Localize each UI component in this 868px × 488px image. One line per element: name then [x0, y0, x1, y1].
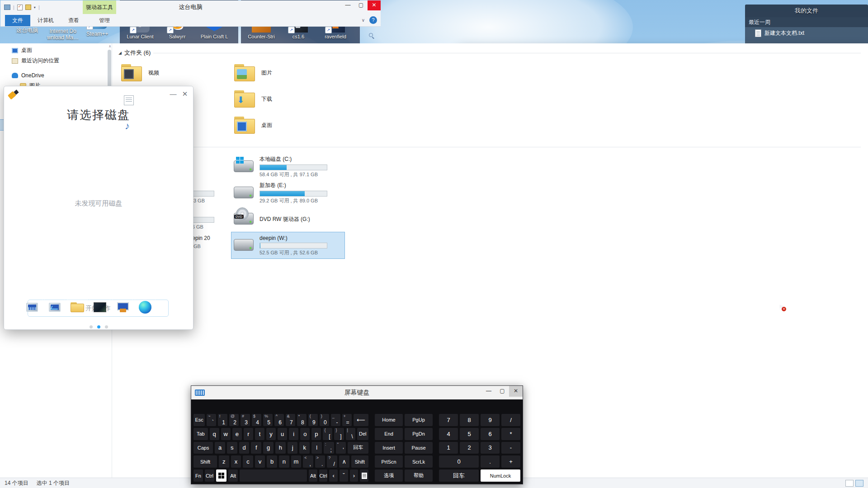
key-Alt[interactable]: Alt [309, 469, 317, 482]
fences-file-item[interactable]: 新建文本文档.txt [745, 27, 868, 39]
key-Insert[interactable]: Insert [375, 442, 403, 454]
key-/[interactable]: / [501, 414, 520, 426]
key-u[interactable]: u [278, 428, 287, 440]
key-x[interactable]: x [231, 455, 241, 468]
key-End[interactable]: End [375, 428, 403, 440]
key-/[interactable]: ?/ [327, 455, 337, 468]
device-tile-本地磁盘-C-[interactable]: 本地磁盘 (C:)58.4 GB 可用 , 共 97.1 GB [231, 154, 344, 180]
key-Ctrl[interactable]: Ctrl [319, 469, 328, 482]
key-l[interactable]: l [311, 442, 322, 454]
folder-tile-桌面[interactable]: 桌面 [231, 112, 344, 138]
ribbon-tab-管理[interactable]: 管理 [92, 15, 117, 26]
key-ˇ[interactable]: ˇ [340, 469, 348, 482]
key-Pause[interactable]: Pause [405, 442, 433, 454]
key-Shift[interactable]: Shift [193, 455, 217, 468]
key-ScrLk[interactable]: ScrLk [405, 455, 433, 468]
key-t[interactable]: t [255, 428, 264, 440]
device-tile-deepin-W-[interactable]: deepin (W:)52.5 GB 可用 , 共 52.6 GB [231, 232, 344, 258]
key-;[interactable]: :; [324, 442, 334, 454]
view-list-toggle[interactable] [845, 480, 854, 487]
help-icon[interactable]: ? [369, 16, 377, 24]
key-NumLock[interactable]: NumLock [481, 469, 520, 482]
key-q[interactable]: q [210, 428, 219, 440]
folder-tile-视频[interactable]: 视频 [118, 60, 231, 86]
key-v[interactable]: v [255, 455, 265, 468]
key-=[interactable]: += [342, 414, 352, 426]
sidebar-item-OneDrive[interactable]: OneDrive [0, 70, 112, 80]
key-0[interactable]: )0 [320, 414, 329, 426]
quick-access-toolbar[interactable]: | ▾| [0, 5, 40, 10]
key-m[interactable]: m [291, 455, 302, 468]
minimize-button[interactable]: — [341, 0, 354, 10]
key-8[interactable]: 8 [460, 414, 479, 426]
key-PgDn[interactable]: PgDn [405, 428, 433, 440]
key-'[interactable]: "' [336, 442, 346, 454]
ribbon-tab-文件[interactable]: 文件 [5, 15, 30, 26]
key-1[interactable]: 1 [439, 442, 458, 454]
key-s[interactable]: s [227, 442, 237, 454]
key-y[interactable]: y [266, 428, 276, 440]
key-Esc[interactable]: Esc [193, 414, 205, 426]
sidebar-item-桌面[interactable]: 桌面 [0, 45, 112, 56]
key-w[interactable]: w [221, 428, 231, 440]
key-⟵[interactable]: ⟵ [354, 414, 369, 426]
key-Ctrl[interactable]: Ctrl [205, 469, 214, 482]
drive-tools-tab[interactable]: 驱动器工具 [83, 0, 116, 14]
key-n[interactable]: n [279, 455, 289, 468]
key-c[interactable]: c [243, 455, 253, 468]
volume-icon[interactable] [802, 304, 810, 310]
key-k[interactable]: k [299, 442, 310, 454]
key-Fn[interactable]: Fn [193, 469, 203, 482]
key-\[interactable]: |\ [346, 428, 355, 440]
key-a[interactable]: a [215, 442, 225, 454]
view-thumbnails-toggle[interactable] [855, 480, 863, 487]
key-5[interactable]: %5 [263, 414, 273, 426]
key-6[interactable]: ^6 [274, 414, 284, 426]
key-[[interactable]: {[ [323, 428, 332, 440]
properties-icon[interactable] [17, 5, 23, 10]
osk-maximize-button[interactable]: ▢ [495, 386, 509, 397]
key--[interactable]: - [501, 442, 520, 454]
key-d[interactable]: d [239, 442, 250, 454]
action-center-flag-icon[interactable]: ⚑ [778, 304, 784, 311]
key-6[interactable]: 6 [481, 428, 500, 440]
key-Home[interactable]: Home [375, 414, 403, 426]
key-回车[interactable]: 回车 [439, 469, 479, 482]
key-帮助[interactable]: 帮助 [405, 469, 433, 482]
key-3[interactable]: 3 [481, 442, 500, 454]
key-8[interactable]: *8 [297, 414, 307, 426]
device-tile-新加卷-E-[interactable]: 新加卷 (E:)29.2 GB 可用 , 共 89.0 GB [231, 180, 344, 206]
key-j[interactable]: j [288, 442, 298, 454]
key-0[interactable]: 0 [439, 455, 479, 468]
key-2[interactable]: @2 [229, 414, 239, 426]
close-button[interactable]: ✕ [368, 0, 381, 10]
key-7[interactable]: 7 [439, 414, 458, 426]
ribbon-expand-icon[interactable]: ∨ [362, 18, 365, 23]
key-9[interactable]: (9 [308, 414, 318, 426]
key-PgUp[interactable]: PgUp [405, 414, 433, 426]
ribbon-tab-计算机[interactable]: 计算机 [30, 15, 61, 26]
taskbar-app-image[interactable] [90, 299, 110, 315]
key-Tab[interactable]: Tab [193, 428, 208, 440]
key-选项[interactable]: 选项 [375, 469, 403, 482]
key-5[interactable]: 5 [460, 428, 479, 440]
key-Del[interactable]: Del [357, 428, 368, 440]
key-*[interactable]: * [501, 428, 520, 440]
key-e[interactable]: e [232, 428, 242, 440]
key-r[interactable]: r [244, 428, 253, 440]
osk-minimize-button[interactable]: — [482, 386, 495, 397]
key-g[interactable]: g [263, 442, 274, 454]
ribbon-tab-查看[interactable]: 查看 [61, 15, 86, 26]
folder-tile-下载[interactable]: 下载 [231, 86, 344, 112]
key-3[interactable]: #3 [241, 414, 250, 426]
taskbar-app-edge[interactable] [135, 299, 156, 315]
taskbar-app-osk[interactable] [22, 299, 42, 315]
folder-tile-图片[interactable]: 图片 [231, 60, 344, 86]
key-b[interactable]: b [267, 455, 277, 468]
key--[interactable]: _- [331, 414, 340, 426]
key-z[interactable]: z [219, 455, 229, 468]
key-o[interactable]: o [300, 428, 310, 440]
key-Shift[interactable]: Shift [351, 455, 368, 468]
key-‹[interactable]: ‹ [329, 469, 338, 482]
dialog-minimize-button[interactable]: — [169, 90, 178, 98]
